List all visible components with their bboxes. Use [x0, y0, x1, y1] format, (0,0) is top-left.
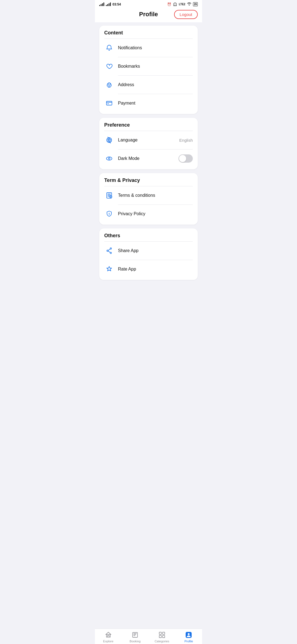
svg-point-8: [107, 250, 108, 252]
svg-point-9: [110, 252, 112, 254]
address-icon: [104, 80, 114, 90]
payment-item[interactable]: Payment: [99, 94, 198, 112]
status-bar: 03:54 ⏰ 🎧 LTE2 26: [95, 0, 202, 7]
share-icon: [104, 246, 114, 256]
terms-item[interactable]: Terms & conditions: [99, 186, 198, 204]
signal-bars-1: [99, 2, 104, 6]
payment-icon: [104, 98, 114, 108]
darkmode-toggle[interactable]: [178, 154, 193, 163]
terms-icon: [104, 190, 114, 200]
svg-point-3: [106, 157, 112, 160]
others-section-title: Others: [99, 233, 198, 241]
notifications-label: Notifications: [118, 45, 193, 50]
headset-icon: 🎧: [173, 2, 177, 6]
shield-icon: [104, 209, 114, 219]
darkmode-label: Dark Mode: [118, 156, 178, 161]
status-left: 03:54: [99, 2, 121, 6]
svg-point-7: [110, 248, 112, 249]
heart-icon: [104, 61, 114, 71]
page-title: Profile: [139, 11, 158, 18]
notifications-item[interactable]: Notifications: [99, 39, 198, 57]
share-label: Share App: [118, 248, 193, 253]
alarm-icon: ⏰: [167, 2, 171, 6]
darkmode-item[interactable]: Dark Mode: [99, 149, 198, 168]
address-item[interactable]: Address: [99, 76, 198, 94]
payment-label: Payment: [118, 101, 193, 106]
page-header: Profile Logout: [95, 7, 202, 22]
lte2-icon: LTE2: [179, 3, 185, 6]
language-item[interactable]: Language English: [99, 131, 198, 149]
address-label: Address: [118, 82, 193, 87]
term-privacy-section: Term & Privacy Terms & conditions: [99, 173, 198, 225]
language-icon: [104, 135, 114, 145]
status-time: 03:54: [112, 2, 121, 6]
toggle-knob: [179, 155, 186, 162]
language-value: English: [179, 138, 193, 143]
others-section: Others Share App: [99, 228, 198, 280]
preference-section-title: Preference: [99, 122, 198, 131]
share-item[interactable]: Share App: [99, 242, 198, 260]
preference-section: Preference Language English: [99, 118, 198, 169]
bookmarks-label: Bookmarks: [118, 64, 193, 69]
signal-bars-2: [106, 2, 111, 6]
privacy-item[interactable]: Privacy Policy: [99, 205, 198, 223]
rate-item[interactable]: Rate App: [99, 260, 198, 278]
bell-icon: [104, 43, 114, 53]
bookmarks-item[interactable]: Bookmarks: [99, 57, 198, 75]
content-section-title: Content: [99, 30, 198, 39]
svg-point-4: [108, 158, 110, 159]
rate-label: Rate App: [118, 267, 193, 272]
svg-point-2: [107, 138, 112, 143]
terms-label: Terms & conditions: [118, 193, 193, 198]
wifi-icon: [187, 2, 191, 6]
term-privacy-section-title: Term & Privacy: [99, 178, 198, 186]
battery-indicator: 26: [193, 2, 198, 6]
content-section: Content Notifications: [99, 26, 198, 114]
language-label: Language: [118, 138, 179, 143]
status-right: ⏰ 🎧 LTE2 26: [167, 2, 198, 6]
star-icon: [104, 264, 114, 274]
logout-button[interactable]: Logout: [174, 10, 198, 19]
eye-icon: [104, 154, 114, 163]
privacy-label: Privacy Policy: [118, 211, 193, 216]
svg-rect-1: [106, 101, 112, 105]
scroll-area: Content Notifications: [95, 22, 202, 302]
